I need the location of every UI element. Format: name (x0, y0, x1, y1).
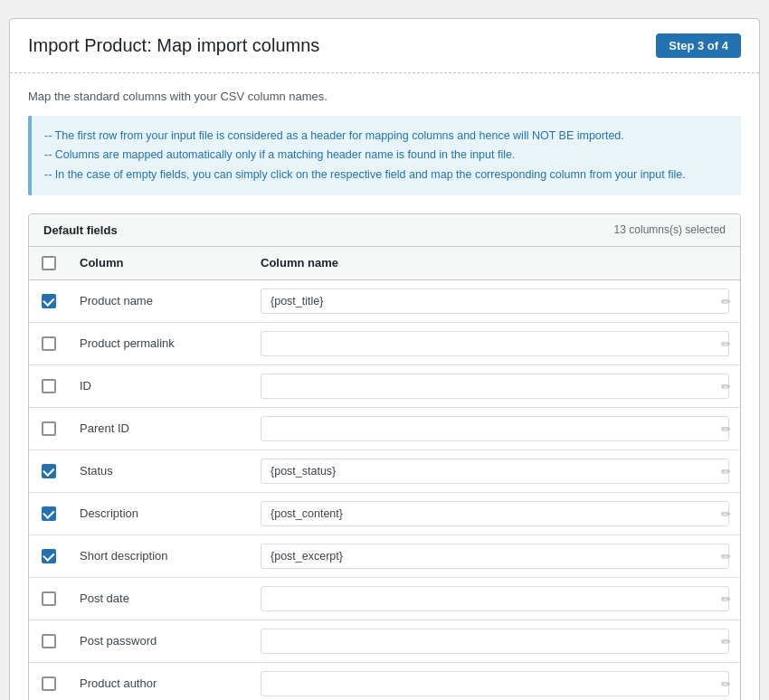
col-label-product-author: Product author (69, 662, 250, 700)
mapping-table: Column Column name Product name✏Product … (29, 247, 740, 700)
row-checkbox-product-permalink[interactable] (42, 336, 56, 351)
col-value-cell-product-author: ✏ (250, 662, 740, 700)
table-row: Product permalink✏ (29, 322, 740, 364)
table-header-bar: Default fields 13 columns(s) selected (29, 214, 740, 247)
table-row: Status✏ (29, 449, 740, 492)
info-line-1: -- The first row from your input file is… (44, 127, 728, 146)
col-value-cell-description: ✏ (250, 492, 740, 534)
row-checkbox-short-desc[interactable] (42, 549, 56, 563)
col-value-input-product-name[interactable] (261, 289, 729, 314)
select-all-checkbox[interactable] (42, 256, 56, 270)
col-value-cell-product-permalink: ✏ (250, 322, 740, 364)
col-value-input-id[interactable] (261, 374, 729, 399)
info-line-3: -- In the case of empty fields, you can … (44, 166, 728, 184)
table-row: Description✏ (29, 492, 740, 534)
col-header-column: Column (69, 247, 250, 280)
table-row: Short description✏ (29, 534, 740, 577)
columns-selected-count: 13 columns(s) selected (614, 223, 726, 236)
col-value-cell-id: ✏ (250, 364, 740, 407)
col-header-check (29, 247, 69, 280)
description-text: Map the standard columns with your CSV c… (28, 90, 741, 103)
table-row: Product author✏ (29, 662, 740, 700)
col-value-input-status[interactable] (261, 459, 729, 484)
table-row: Product name✏ (29, 279, 740, 322)
col-label-description: Description (69, 492, 250, 534)
col-label-post-password: Post password (69, 620, 250, 662)
col-label-post-date: Post date (69, 577, 250, 620)
page-header: Import Product: Map import columns Step … (10, 19, 759, 73)
row-checkbox-id[interactable] (42, 379, 56, 393)
row-checkbox-product-author[interactable] (42, 676, 56, 691)
row-checkbox-parent-id[interactable] (42, 421, 56, 436)
table-header-row: Column Column name (29, 247, 740, 280)
table-row: Post password✏ (29, 620, 740, 662)
col-label-id: ID (69, 364, 250, 407)
col-value-cell-post-password: ✏ (250, 620, 740, 662)
col-value-input-product-author[interactable] (261, 671, 729, 696)
col-value-cell-product-name: ✏ (250, 279, 740, 322)
table-row: ID✏ (29, 364, 740, 407)
col-value-cell-short-desc: ✏ (250, 534, 740, 577)
col-value-input-description[interactable] (261, 501, 729, 526)
col-label-parent-id: Parent ID (69, 407, 250, 449)
col-value-input-product-permalink[interactable] (261, 331, 729, 356)
info-box: -- The first row from your input file is… (28, 116, 741, 195)
page-title: Import Product: Map import columns (28, 35, 319, 56)
table-container: Default fields 13 columns(s) selected Co… (28, 213, 741, 700)
row-checkbox-post-password[interactable] (42, 634, 56, 648)
page-wrapper: Import Product: Map import columns Step … (9, 18, 760, 700)
table-row: Post date✏ (29, 577, 740, 620)
table-row: Parent ID✏ (29, 407, 740, 449)
col-value-cell-status: ✏ (250, 449, 740, 492)
row-checkbox-status[interactable] (42, 464, 56, 478)
col-value-input-post-date[interactable] (261, 586, 729, 611)
col-value-cell-post-date: ✏ (250, 577, 740, 620)
col-value-input-post-password[interactable] (261, 629, 729, 654)
col-value-input-parent-id[interactable] (261, 416, 729, 441)
col-label-product-name: Product name (69, 279, 250, 322)
step-badge: Step 3 of 4 (656, 33, 741, 58)
row-checkbox-post-date[interactable] (42, 591, 56, 606)
col-label-product-permalink: Product permalink (69, 322, 250, 364)
row-checkbox-description[interactable] (42, 506, 56, 521)
col-header-name: Column name (250, 247, 740, 280)
row-checkbox-product-name[interactable] (42, 294, 56, 308)
col-label-status: Status (69, 449, 250, 492)
page-body: Map the standard columns with your CSV c… (10, 73, 759, 700)
info-line-2: -- Columns are mapped automatically only… (44, 146, 728, 165)
section-label: Default fields (43, 223, 118, 237)
col-value-input-short-desc[interactable] (261, 544, 729, 569)
col-label-short-desc: Short description (69, 534, 250, 577)
col-value-cell-parent-id: ✏ (250, 407, 740, 449)
